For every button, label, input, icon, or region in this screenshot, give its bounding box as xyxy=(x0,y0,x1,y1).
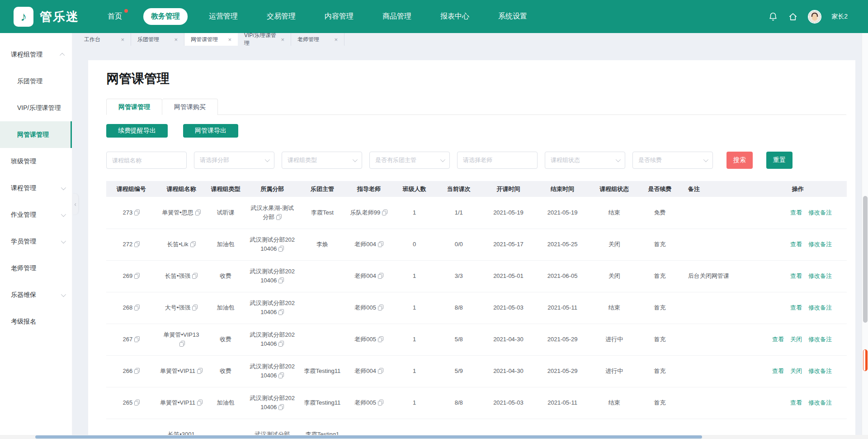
close-icon[interactable]: × xyxy=(334,37,338,43)
edit-remark-link[interactable]: 修改备注 xyxy=(808,367,832,374)
home-icon[interactable] xyxy=(788,12,798,22)
copy-icon[interactable] xyxy=(134,336,140,342)
chevron-down-icon xyxy=(616,157,621,162)
copy-icon[interactable] xyxy=(278,404,284,410)
copy-icon[interactable] xyxy=(134,273,140,279)
workspace-tab-5[interactable]: 老师管理× xyxy=(291,33,344,46)
copy-icon[interactable] xyxy=(378,305,383,310)
workspace-tab-3[interactable]: 网管课管理× xyxy=(184,33,238,46)
nav-item-label: 教务管理 xyxy=(151,12,180,20)
sidebar-item-6[interactable]: 课程管理 xyxy=(0,175,72,201)
filter-select-6[interactable]: 课程组状态 xyxy=(545,152,625,169)
sidebar-item-9[interactable]: 老师管理 xyxy=(0,255,72,282)
sidebar-item-10[interactable]: 乐器维保 xyxy=(0,282,72,308)
filter-select-5[interactable]: 请选择老师 xyxy=(457,152,538,169)
copy-icon[interactable] xyxy=(378,273,383,279)
sidebar-item-7[interactable]: 作业管理 xyxy=(0,201,72,228)
sidebar-item-8[interactable]: 学员管理 xyxy=(0,228,72,255)
view-link[interactable]: 查看 xyxy=(790,304,802,311)
brand-logo[interactable]: ♪ xyxy=(14,7,33,27)
sidebar-item-11[interactable]: 考级报名 xyxy=(0,308,72,335)
sidebar-item-3[interactable]: VIP/乐理课管理 xyxy=(0,95,72,121)
edit-remark-link[interactable]: 修改备注 xyxy=(808,304,832,311)
edit-remark-link[interactable]: 修改备注 xyxy=(808,272,832,279)
copy-icon[interactable] xyxy=(278,246,284,252)
copy-icon[interactable] xyxy=(382,210,387,215)
copy-icon[interactable] xyxy=(195,210,201,215)
sidebar-item-2[interactable]: 乐团管理 xyxy=(0,68,72,95)
workspace-tab-4[interactable]: VIP/乐理课管理× xyxy=(238,33,291,46)
edit-remark-link[interactable]: 修改备注 xyxy=(808,399,832,406)
page-tab-1[interactable]: 网管课管理 xyxy=(106,99,162,115)
copy-icon[interactable] xyxy=(278,309,284,315)
copy-icon[interactable] xyxy=(134,400,140,406)
vertical-scrollbar-thumb[interactable] xyxy=(863,196,868,323)
close-link[interactable]: 关闭 xyxy=(790,367,802,374)
view-link[interactable]: 查看 xyxy=(790,399,802,406)
nav-item-4[interactable]: 交易管理 xyxy=(259,8,303,25)
horizontal-scrollbar[interactable] xyxy=(0,435,868,439)
nav-item-6[interactable]: 商品管理 xyxy=(375,8,419,25)
copy-icon[interactable] xyxy=(378,400,383,406)
copy-icon[interactable] xyxy=(378,241,383,247)
nav-item-8[interactable]: 系统设置 xyxy=(491,8,535,25)
workspace-tab-2[interactable]: 乐团管理× xyxy=(131,33,184,46)
copy-icon[interactable] xyxy=(278,277,284,283)
edit-remark-link[interactable]: 修改备注 xyxy=(808,336,832,343)
close-icon[interactable]: × xyxy=(228,37,231,43)
nav-item-3[interactable]: 运营管理 xyxy=(201,8,245,25)
copy-icon[interactable] xyxy=(378,368,383,374)
copy-icon[interactable] xyxy=(190,241,196,247)
filter-select-2[interactable]: 请选择分部 xyxy=(194,152,274,169)
copy-icon[interactable] xyxy=(134,305,140,310)
copy-icon[interactable] xyxy=(276,214,282,220)
copy-icon[interactable] xyxy=(278,341,284,347)
nav-item-2[interactable]: 教务管理 xyxy=(143,8,188,25)
page-tab-2[interactable]: 网管课购买 xyxy=(162,99,218,115)
course-export-button[interactable]: 网管课导出 xyxy=(183,124,238,138)
nav-item-5[interactable]: 内容管理 xyxy=(317,8,361,25)
filter-select-3[interactable]: 课程组类型 xyxy=(282,152,362,169)
view-link[interactable]: 查看 xyxy=(790,209,802,216)
cell-text: 2021-05-19 xyxy=(493,209,524,216)
reset-button[interactable]: 重置 xyxy=(766,152,793,169)
nav-item-7[interactable]: 报表中心 xyxy=(433,8,477,25)
edit-remark-link[interactable]: 修改备注 xyxy=(808,241,832,248)
close-icon[interactable]: × xyxy=(174,37,178,43)
filter-select-4[interactable]: 是否有乐团主管 xyxy=(369,152,450,169)
user-name[interactable]: 家长2 xyxy=(831,13,848,21)
close-link[interactable]: 关闭 xyxy=(790,336,802,343)
copy-icon[interactable] xyxy=(134,368,140,374)
sidebar-item-5[interactable]: 班级管理 xyxy=(0,148,72,175)
sidebar-item-1[interactable]: 课程组管理 xyxy=(0,41,72,68)
copy-icon[interactable] xyxy=(197,368,203,374)
notification-bell-icon[interactable] xyxy=(768,12,778,22)
filter-select-7[interactable]: 是否续费 xyxy=(632,152,713,169)
copy-icon[interactable] xyxy=(192,305,198,310)
view-link[interactable]: 查看 xyxy=(772,336,784,343)
edit-remark-link[interactable]: 修改备注 xyxy=(808,209,832,216)
horizontal-scrollbar-thumb[interactable] xyxy=(35,435,702,439)
copy-icon[interactable] xyxy=(179,341,185,347)
filter-input-1[interactable] xyxy=(106,152,187,169)
view-link[interactable]: 查看 xyxy=(790,272,802,279)
copy-icon[interactable] xyxy=(134,241,140,247)
view-link[interactable]: 查看 xyxy=(790,241,802,248)
close-icon[interactable]: × xyxy=(121,37,124,43)
avatar[interactable] xyxy=(808,10,821,24)
vertical-scrollbar-marker[interactable] xyxy=(863,349,868,371)
copy-icon[interactable] xyxy=(197,400,203,406)
close-icon[interactable]: × xyxy=(281,37,284,43)
copy-icon[interactable] xyxy=(278,372,284,378)
copy-icon[interactable] xyxy=(134,210,140,215)
search-button[interactable]: 搜索 xyxy=(726,152,753,169)
vertical-scrollbar[interactable] xyxy=(862,33,868,435)
renew-reminder-export-button[interactable]: 续费提醒导出 xyxy=(106,124,168,138)
workspace-tab-1[interactable]: 工作台× xyxy=(78,33,131,46)
sidebar-collapse-handle[interactable]: ‹ xyxy=(72,194,78,215)
nav-item-1[interactable]: 首页 xyxy=(100,8,130,25)
view-link[interactable]: 查看 xyxy=(772,367,784,374)
copy-icon[interactable] xyxy=(192,273,198,279)
copy-icon[interactable] xyxy=(378,336,383,342)
sidebar-item-4[interactable]: 网管课管理 xyxy=(0,121,72,148)
